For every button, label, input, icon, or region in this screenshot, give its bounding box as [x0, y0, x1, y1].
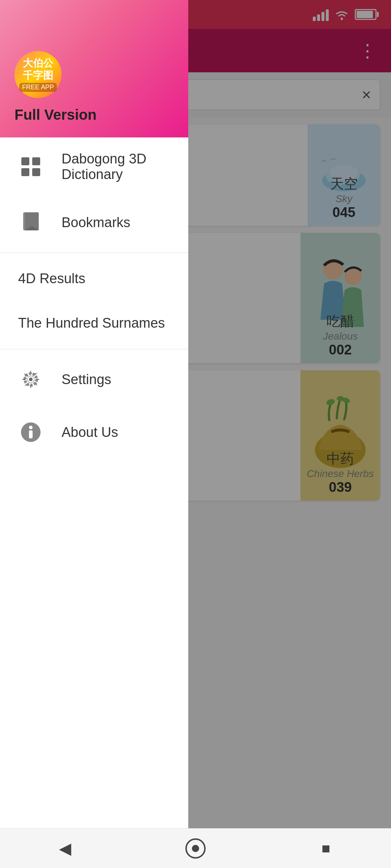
4d-results-label: 4D Results [18, 271, 85, 286]
hundred-surnames-label: The Hundred Surnames [18, 315, 165, 331]
logo-text-line1: 大伯公 [19, 57, 57, 69]
grid-icon [18, 154, 43, 179]
back-icon: ◀ [59, 839, 71, 858]
svg-rect-13 [21, 168, 29, 176]
bookmark-icon [18, 210, 43, 235]
svg-rect-11 [21, 157, 29, 165]
app-logo: 大伯公 千字图 FREE APP [14, 51, 62, 98]
back-button[interactable]: ◀ [51, 834, 80, 863]
home-icon [185, 838, 206, 859]
svg-point-26 [192, 845, 199, 852]
drawer-header: 大伯公 千字图 FREE APP Full Version [0, 0, 188, 137]
dictionary-label: Dabogong 3D Dictionary [62, 151, 170, 182]
settings-label: Settings [62, 372, 111, 387]
drawer-item-settings[interactable]: Settings [0, 353, 188, 406]
svg-rect-12 [32, 157, 40, 165]
drawer-item-hundred-surnames[interactable]: The Hundred Surnames [0, 301, 188, 345]
info-icon [18, 420, 43, 445]
svg-point-23 [29, 426, 33, 429]
svg-rect-14 [32, 168, 40, 176]
drawer-item-about[interactable]: About Us [0, 406, 188, 459]
recents-icon: ■ [321, 840, 330, 856]
logo-free-app: FREE APP [19, 83, 57, 92]
about-us-label: About Us [62, 425, 118, 440]
logo-text-line2: 千字图 [19, 69, 57, 82]
drawer-menu: Dabogong 3D Dictionary Bookmarks 4D Resu… [0, 137, 188, 868]
recents-button[interactable]: ■ [311, 834, 340, 863]
svg-point-21 [29, 378, 33, 381]
home-button[interactable] [181, 834, 210, 863]
drawer-version-label: Full Version [14, 107, 174, 123]
navigation-drawer: 大伯公 千字图 FREE APP Full Version Dabogong 3… [0, 0, 188, 868]
drawer-item-bookmarks[interactable]: Bookmarks [0, 196, 188, 249]
drawer-item-dictionary[interactable]: Dabogong 3D Dictionary [0, 137, 188, 196]
svg-rect-24 [29, 430, 33, 438]
divider-1 [0, 252, 188, 253]
bottom-nav: ◀ ■ [0, 828, 391, 868]
bookmarks-label: Bookmarks [62, 215, 130, 230]
divider-2 [0, 349, 188, 349]
gear-icon [18, 367, 43, 392]
drawer-item-4d-results[interactable]: 4D Results [0, 256, 188, 301]
